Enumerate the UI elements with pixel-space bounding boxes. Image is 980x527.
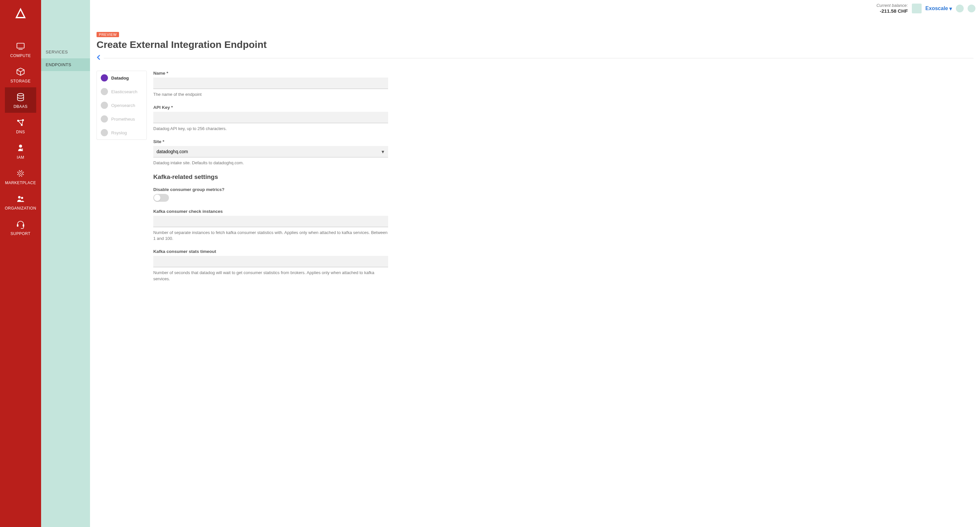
headset-icon bbox=[15, 219, 26, 229]
nav-item-organization[interactable]: ORGANIZATION bbox=[5, 189, 36, 214]
check-instances-input[interactable] bbox=[153, 216, 388, 227]
svg-rect-27 bbox=[17, 224, 19, 227]
help-icon[interactable] bbox=[967, 5, 975, 13]
svg-point-11 bbox=[21, 176, 22, 177]
svg-point-17 bbox=[17, 172, 18, 173]
org-picker[interactable]: Exoscale ▾ bbox=[926, 6, 952, 12]
people-icon bbox=[15, 194, 26, 204]
tab-rsyslog[interactable]: Rsyslog bbox=[97, 126, 146, 140]
prometheus-icon bbox=[101, 115, 108, 122]
svg-point-26 bbox=[21, 197, 23, 199]
endpoint-form: Name * The name of the endpoint API Key … bbox=[153, 71, 388, 289]
site-help: Datadog intake site. Defaults to datadog… bbox=[153, 160, 388, 166]
tab-label: Opensearch bbox=[111, 103, 135, 108]
tab-datadog[interactable]: Datadog bbox=[97, 71, 146, 85]
breadcrumb-row bbox=[97, 55, 974, 62]
primary-nav: COMPUTESTORAGEDBAASDNSIAMMARKETPLACEORGA… bbox=[0, 0, 41, 527]
tab-elasticsearch[interactable]: Elasticsearch bbox=[97, 85, 146, 98]
balance-label: Current balance: bbox=[876, 3, 908, 8]
nav-label: SUPPORT bbox=[10, 232, 30, 236]
nav-item-dbaas[interactable]: DBAAS bbox=[5, 87, 36, 113]
svg-point-2 bbox=[18, 94, 24, 96]
svg-point-25 bbox=[18, 196, 21, 199]
nav-item-marketplace[interactable]: MARKETPLACE bbox=[5, 163, 36, 189]
tab-label: Rsyslog bbox=[111, 130, 127, 135]
nav-item-storage[interactable]: STORAGE bbox=[5, 62, 36, 87]
nav-label: ORGANIZATION bbox=[5, 206, 36, 211]
tab-label: Prometheus bbox=[111, 117, 135, 122]
site-label: Site * bbox=[153, 139, 388, 144]
chevron-down-icon: ▾ bbox=[949, 6, 952, 12]
tab-opensearch[interactable]: Opensearch bbox=[97, 98, 146, 112]
monitor-icon bbox=[15, 41, 26, 51]
secondary-nav: SERVICESENDPOINTS bbox=[41, 0, 90, 527]
toggle-knob bbox=[154, 195, 161, 201]
page-title: Create External Integration Endpoint bbox=[97, 39, 974, 50]
svg-point-10 bbox=[22, 175, 22, 175]
disable-consumer-toggle[interactable] bbox=[153, 194, 169, 202]
stats-timeout-help: Number of seconds that datadog will wait… bbox=[153, 270, 388, 282]
datadog-icon bbox=[101, 74, 108, 81]
stats-timeout-label: Kafka consumer stats timeout bbox=[153, 249, 388, 254]
database-icon bbox=[15, 92, 26, 102]
svg-rect-0 bbox=[17, 43, 24, 48]
kafka-section-title: Kafka-related settings bbox=[153, 173, 388, 181]
name-input[interactable] bbox=[153, 78, 388, 89]
nav-label: STORAGE bbox=[10, 79, 31, 83]
integration-type-tabs: DatadogElasticsearchOpensearchPrometheus… bbox=[97, 71, 147, 140]
stats-timeout-input[interactable] bbox=[153, 256, 388, 267]
check-instances-label: Kafka consumer check instances bbox=[153, 209, 388, 214]
svg-point-18 bbox=[19, 172, 20, 173]
nav-label: IAM bbox=[17, 155, 24, 160]
svg-point-15 bbox=[17, 174, 18, 175]
dots-icon bbox=[15, 168, 26, 179]
nav-label: DBAAS bbox=[13, 104, 27, 109]
nav-item-support[interactable]: SUPPORT bbox=[5, 214, 36, 240]
tab-label: Elasticsearch bbox=[111, 89, 137, 94]
avatar[interactable] bbox=[912, 3, 922, 13]
elasticsearch-icon bbox=[101, 88, 108, 95]
rsyslog-icon bbox=[101, 129, 108, 136]
svg-point-21 bbox=[21, 170, 22, 171]
svg-rect-28 bbox=[23, 224, 24, 227]
svg-point-22 bbox=[22, 172, 22, 173]
nav-item-dns[interactable]: DNS bbox=[5, 113, 36, 138]
svg-point-9 bbox=[23, 174, 24, 175]
nav-label: MARKETPLACE bbox=[5, 181, 36, 185]
name-help: The name of the endpoint bbox=[153, 92, 388, 98]
name-label: Name * bbox=[153, 71, 388, 76]
opensearch-icon bbox=[101, 102, 108, 109]
balance-display: Current balance: -211.58 CHF bbox=[876, 3, 908, 14]
back-button[interactable] bbox=[97, 55, 100, 62]
tab-prometheus[interactable]: Prometheus bbox=[97, 112, 146, 126]
tab-label: Datadog bbox=[111, 76, 129, 81]
cube-icon bbox=[15, 67, 26, 77]
check-instances-help: Number of separate instances to fetch ka… bbox=[153, 230, 388, 242]
sidebar-item-endpoints[interactable]: ENDPOINTS bbox=[41, 58, 90, 71]
balance-value: -211.58 CHF bbox=[876, 8, 908, 14]
svg-point-14 bbox=[19, 175, 20, 175]
nav-label: COMPUTE bbox=[10, 54, 31, 58]
org-name: Exoscale bbox=[926, 6, 948, 11]
site-select[interactable] bbox=[153, 146, 388, 157]
topbar: Current balance: -211.58 CHF Exoscale ▾ bbox=[876, 3, 975, 14]
svg-point-12 bbox=[20, 175, 21, 176]
nav-item-compute[interactable]: COMPUTE bbox=[5, 37, 36, 62]
svg-point-16 bbox=[18, 173, 19, 174]
disable-consumer-label: Disable consumer group metrics? bbox=[153, 187, 388, 192]
main-content: Current balance: -211.58 CHF Exoscale ▾ … bbox=[90, 0, 980, 527]
api-key-help: Datadog API key, up to 256 characters. bbox=[153, 126, 388, 132]
api-key-label: API Key * bbox=[153, 105, 388, 110]
svg-point-7 bbox=[22, 148, 23, 150]
brand-logo[interactable] bbox=[13, 6, 28, 20]
network-icon bbox=[15, 117, 26, 128]
api-key-input[interactable] bbox=[153, 112, 388, 123]
status-icon[interactable] bbox=[956, 5, 964, 13]
sidebar-item-services[interactable]: SERVICES bbox=[41, 46, 90, 58]
user-key-icon bbox=[15, 143, 26, 153]
nav-item-iam[interactable]: IAM bbox=[5, 138, 36, 163]
svg-point-24 bbox=[20, 173, 21, 174]
preview-badge: PREVIEW bbox=[97, 32, 119, 37]
nav-label: DNS bbox=[16, 130, 25, 134]
svg-point-8 bbox=[22, 173, 23, 174]
